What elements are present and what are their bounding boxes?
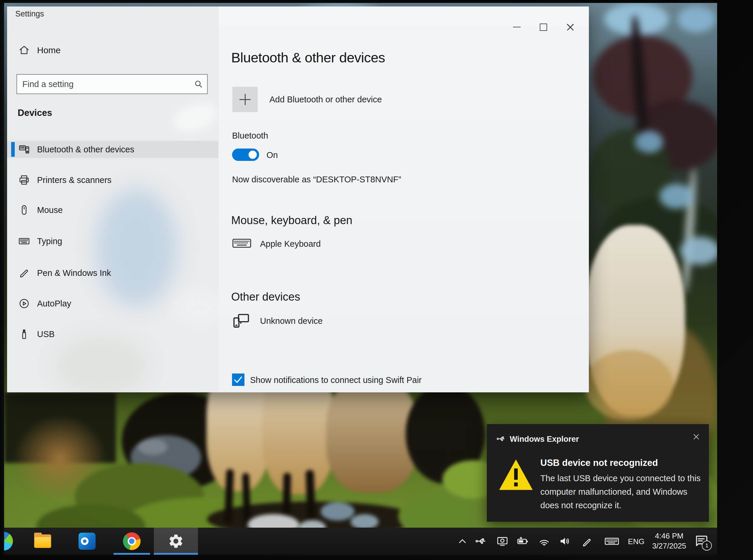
app-title: Settings xyxy=(15,9,44,19)
taskbar: ENG 4:46 PM 3/27/2025 1 xyxy=(4,528,717,555)
tray-cast-display-icon[interactable] xyxy=(496,535,508,547)
sidebar-item-home[interactable]: Home xyxy=(7,41,218,59)
sidebar-item-label: Printers & scanners xyxy=(37,175,112,185)
sidebar-item-label: Home xyxy=(37,45,61,55)
selected-accent-bar xyxy=(11,142,15,157)
keyboard-icon xyxy=(232,236,252,250)
close-icon xyxy=(693,434,699,440)
devices-icon xyxy=(232,312,250,330)
sidebar-item-autoplay[interactable]: AutoPlay xyxy=(7,295,218,312)
sidebar-item-printers-scanners[interactable]: Printers & scanners xyxy=(7,172,218,188)
bluetooth-devices-icon xyxy=(18,143,30,155)
bluetooth-toggle[interactable] xyxy=(232,148,259,161)
sidebar-item-mouse[interactable]: Mouse xyxy=(7,201,218,219)
nav-section-header: Devices xyxy=(18,108,52,118)
device-row-unknown-device[interactable]: Unknown device xyxy=(232,311,497,332)
taskbar-app-outlook[interactable] xyxy=(78,532,97,551)
chrome-icon xyxy=(123,532,141,550)
pen-icon xyxy=(18,267,30,279)
tray-touch-keyboard-icon[interactable] xyxy=(604,535,619,547)
tray-date: 3/27/2025 xyxy=(647,541,691,551)
tray-volume-icon[interactable] xyxy=(559,535,571,547)
minimize-icon xyxy=(513,27,521,28)
toast-message: The last USB device you connected to thi… xyxy=(540,472,701,512)
maximize-button[interactable] xyxy=(536,21,551,34)
autoplay-icon xyxy=(18,298,30,309)
notification-count-badge: 1 xyxy=(702,541,712,551)
page-title: Bluetooth & other devices xyxy=(231,49,385,65)
bluetooth-toggle-state: On xyxy=(266,150,278,160)
sidebar-item-label: AutoPlay xyxy=(37,299,71,308)
tray-usb-icon[interactable] xyxy=(475,535,487,547)
tray-windows-ink-pen-icon[interactable] xyxy=(581,535,593,547)
sidebar-item-typing[interactable]: Typing xyxy=(7,233,218,250)
sidebar-item-label: Pen & Windows Ink xyxy=(37,268,111,278)
photo-of-monitor: Settings Home Devices xyxy=(0,0,753,560)
action-center-button[interactable]: 1 xyxy=(694,534,710,549)
tray-battery-icon[interactable] xyxy=(517,535,529,547)
taskbar-app-settings[interactable] xyxy=(154,528,198,555)
tray-time: 4:46 PM xyxy=(647,531,691,541)
taskbar-app-file-explorer[interactable] xyxy=(33,532,52,551)
sidebar-item-label: Mouse xyxy=(37,205,63,215)
device-label: Apple Keyboard xyxy=(260,239,321,249)
add-bluetooth-device-button[interactable] xyxy=(232,87,258,112)
taskbar-app-edge[interactable] xyxy=(4,532,13,551)
sidebar-item-label: Bluetooth & other devices xyxy=(37,145,134,155)
close-icon xyxy=(567,23,574,31)
home-icon xyxy=(18,44,30,56)
chrome-running-indicator xyxy=(114,553,150,555)
toast-close-button[interactable] xyxy=(691,432,701,442)
swift-pair-checkbox[interactable] xyxy=(232,374,244,386)
notification-toast[interactable]: Windows Explorer USB device not recogniz… xyxy=(487,424,709,522)
edge-icon xyxy=(4,532,13,551)
sidebar-item-pen-windows-ink[interactable]: Pen & Windows Ink xyxy=(7,264,218,281)
discoverable-text: Now discoverable as “DESKTOP-ST8NVNF” xyxy=(232,175,401,184)
outlook-icon xyxy=(79,533,96,550)
windows-explorer-icon xyxy=(496,434,506,443)
keyboard-icon xyxy=(18,235,30,247)
device-label: Unknown device xyxy=(260,316,323,326)
desktop-screen: Settings Home Devices xyxy=(4,3,717,555)
toast-app-name: Windows Explorer xyxy=(510,435,579,444)
sidebar-item-label: Typing xyxy=(37,237,62,246)
taskbar-app-chrome[interactable] xyxy=(122,532,141,551)
mouse-icon xyxy=(18,204,30,216)
printer-icon xyxy=(18,174,30,186)
toggle-knob xyxy=(249,151,257,159)
sidebar-item-bluetooth-other-devices[interactable]: Bluetooth & other devices xyxy=(7,141,218,158)
search-icon[interactable] xyxy=(194,79,203,88)
usb-icon xyxy=(18,328,30,340)
minimize-button[interactable] xyxy=(510,21,524,34)
plus-icon xyxy=(239,94,251,105)
settings-gear-icon xyxy=(168,533,184,549)
add-bluetooth-device-label[interactable]: Add Bluetooth or other device xyxy=(270,95,382,104)
device-row-apple-keyboard[interactable]: Apple Keyboard xyxy=(232,235,497,253)
sidebar-item-label: USB xyxy=(37,329,55,339)
sidebar-item-usb[interactable]: USB xyxy=(7,325,218,343)
warning-icon xyxy=(498,458,534,491)
check-icon xyxy=(235,377,241,382)
section-mouse-keyboard-pen: Mouse, keyboard, & pen xyxy=(231,214,352,227)
bluetooth-label: Bluetooth xyxy=(232,131,268,141)
maximize-icon xyxy=(540,23,547,31)
swift-pair-label[interactable]: Show notifications to connect using Swif… xyxy=(250,375,422,385)
file-explorer-icon xyxy=(34,535,51,548)
tray-clock[interactable]: 4:46 PM 3/27/2025 xyxy=(647,531,691,551)
tray-language-indicator[interactable]: ENG xyxy=(627,537,646,546)
tray-wifi-icon[interactable] xyxy=(538,535,550,547)
settings-sidebar: Settings Home Devices xyxy=(7,6,219,392)
search-setting-box xyxy=(17,74,208,94)
settings-window: Settings Home Devices xyxy=(7,6,589,392)
tray-chevron-up-icon[interactable] xyxy=(456,535,468,547)
close-button[interactable] xyxy=(563,21,578,34)
section-other-devices: Other devices xyxy=(231,291,300,303)
search-input[interactable] xyxy=(17,75,207,94)
settings-running-indicator xyxy=(154,553,198,555)
toast-title: USB device not recognized xyxy=(540,458,658,468)
